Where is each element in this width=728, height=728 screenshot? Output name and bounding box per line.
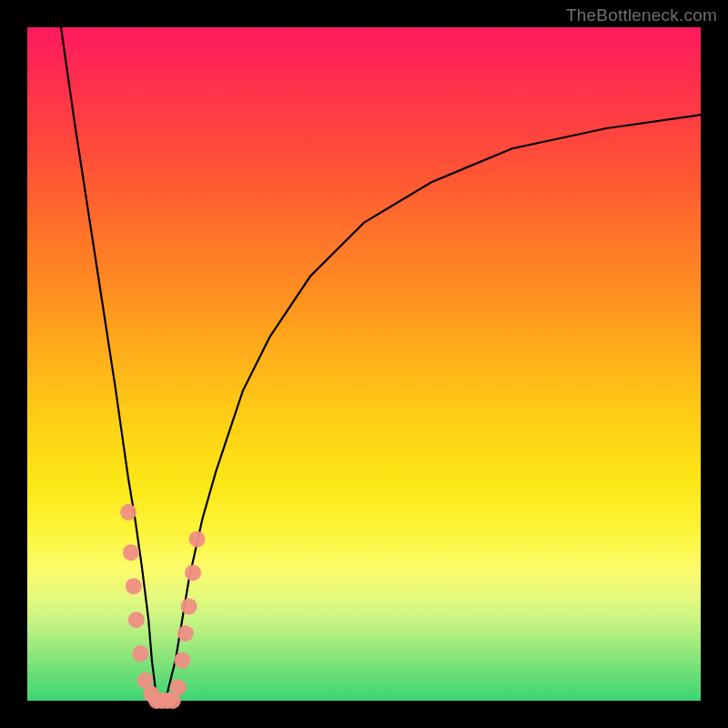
sample-points-group: [120, 504, 205, 709]
sample-point: [177, 625, 194, 642]
sample-point: [174, 652, 190, 669]
sample-point: [128, 612, 145, 628]
bottleneck-curve: [61, 27, 701, 701]
sample-point: [123, 544, 139, 561]
watermark-text: TheBottleneck.com: [566, 5, 717, 25]
chart-frame: TheBottleneck.com: [0, 0, 728, 728]
sample-point: [120, 504, 136, 521]
sample-point: [185, 564, 201, 581]
sample-point: [132, 645, 148, 662]
sample-point: [170, 679, 187, 695]
sample-point: [181, 598, 197, 614]
sample-point: [188, 531, 205, 547]
curve-svg: [27, 27, 701, 701]
sample-point: [126, 578, 142, 594]
plot-area: [27, 27, 701, 701]
